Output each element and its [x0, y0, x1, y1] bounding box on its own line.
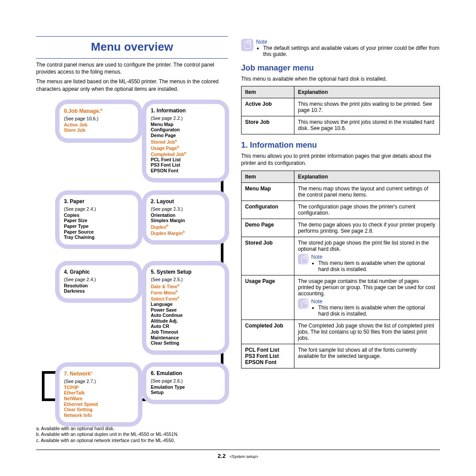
menu-item: TCP/IP: [64, 385, 134, 390]
cell-item: Store Job: [242, 116, 294, 134]
menu-item: Clear Setting: [151, 340, 220, 346]
note-icon: [241, 39, 253, 51]
menu-title: 7. Networkc: [64, 370, 134, 377]
menu-item: EPSON Font: [151, 168, 220, 174]
cell-explanation: The usage page contains the total number…: [294, 275, 440, 320]
note-text: This menu item is available when the opt…: [318, 305, 436, 317]
table-row: Menu MapThe menu map shows the layout an…: [242, 182, 440, 201]
job-manager-intro: This menu is available when the optional…: [241, 75, 440, 82]
footnote-b: b. Available with an optional duplex uni…: [36, 431, 228, 438]
note-label: Note: [256, 39, 267, 45]
table-row: Demo PageThe demo page allows you to che…: [242, 219, 440, 237]
menu-item: Usage Pagea: [151, 145, 220, 151]
menu-box-system-setup: 5. System Setup (See page 2.5.) Date & T…: [146, 265, 225, 350]
cell-explanation: The demo page allows you to check if you…: [294, 219, 440, 237]
menu-items: Date & TimeaForm MenuaSelect FormaLangua…: [151, 283, 220, 346]
menu-item: EtherTalk: [64, 390, 134, 396]
th-explanation: Explanation: [294, 171, 440, 182]
footnotes: a. Available with an optional hard disk.…: [36, 426, 228, 444]
note-icon: [298, 254, 309, 264]
cell-explanation: This menu shows the print jobs stored in…: [294, 116, 440, 134]
menu-item: Job Timeout: [151, 329, 220, 335]
two-columns: Menu overview The control panel menus ar…: [36, 36, 440, 444]
th-item: Item: [242, 86, 294, 98]
menu-item: Duplex Marginb: [151, 230, 220, 236]
cell-item: Active Job: [242, 98, 294, 116]
inline-note: NoteThis menu item is available when the…: [298, 298, 436, 317]
footnote-a: a. Available with an optional hard disk.: [36, 426, 228, 432]
header-rule-bottom: [36, 58, 228, 59]
page-number: 2.2: [218, 453, 226, 459]
menu-item: Stored Joba: [151, 138, 220, 145]
menu-item: Altitude Adj.: [151, 318, 220, 324]
menu-item: Active Job: [64, 122, 134, 128]
menu-items: CopiesPaper SizePaper TypePaper SourceTr…: [64, 212, 134, 240]
table-row: Store JobThis menu shows the print jobs …: [242, 116, 440, 134]
note-label: Note: [311, 298, 322, 305]
table-row: Stored JobThe stored job page shows the …: [242, 237, 440, 275]
menu-items: TCP/IPEtherTalkNetWareEthernet SpeedClea…: [64, 385, 134, 418]
menu-items: ResolutionDarkness: [64, 283, 134, 294]
menu-item: Paper Source: [64, 229, 134, 235]
diagram-connector: [42, 373, 45, 400]
job-manager-heading: Job manager menu: [241, 63, 440, 73]
note-text: This menu item is available when the opt…: [318, 260, 436, 272]
menu-item: Resolution: [64, 283, 134, 289]
see-page: (See page 2.4.): [64, 277, 134, 282]
menu-item: Orientation: [151, 212, 220, 218]
cell-item: Menu Map: [242, 182, 294, 201]
information-intro: This menu allows you to print printer in…: [241, 152, 440, 167]
menu-title: 3. Paper: [64, 198, 134, 205]
menu-item: Paper Size: [64, 218, 134, 223]
menu-box-emulation: 6. Emulation (See page 2.6.) Emulation T…: [146, 367, 225, 400]
menu-item: Demo Page: [151, 133, 220, 138]
see-page: (See page 2.6.): [151, 378, 220, 383]
note-body: Note The default settings and available …: [256, 39, 440, 57]
menu-box-paper: 3. Paper (See page 2.4.) CopiesPaper Siz…: [60, 195, 138, 245]
menu-title: 4. Graphic: [64, 269, 134, 275]
cell-item: Completed Job: [242, 320, 294, 344]
th-explanation: Explanation: [294, 86, 440, 98]
note-block: Note The default settings and available …: [241, 39, 440, 57]
intro-p2: The menus are listed based on the ML-455…: [36, 78, 228, 92]
table-row: PCL Font ListPS3 Font ListEPSON FontThe …: [242, 344, 440, 368]
menu-item: Paper Type: [64, 223, 134, 229]
menu-item: Form Menua: [151, 289, 220, 295]
menu-item: Copies: [64, 212, 134, 218]
cell-explanation: The font sample list shows all of the fo…: [294, 344, 440, 368]
menu-title: 1. Information: [151, 108, 220, 114]
th-item: Item: [242, 171, 294, 182]
see-page: (See page 2.3.): [151, 206, 220, 212]
cell-item: Usage Page: [242, 275, 294, 320]
menu-item: Clear Setting: [64, 407, 134, 413]
menu-item: Completed Joba: [151, 151, 220, 157]
left-column: Menu overview The control panel menus ar…: [36, 36, 228, 444]
menu-item: Date & Timea: [151, 283, 220, 289]
menu-title: 0.Job Manage.a: [64, 108, 134, 114]
cell-item: Configuraton: [242, 201, 294, 219]
footer-section: <System setup>: [230, 454, 258, 459]
menu-item: Duplexb: [151, 223, 220, 230]
inline-note: NoteThis menu item is available when the…: [298, 254, 436, 272]
footer-rule: [36, 450, 440, 450]
page: Menu overview The control panel menus ar…: [36, 36, 440, 444]
menu-item: Menu Map: [151, 122, 220, 127]
menu-box-layout: 2. Layout (See page 2.3.) OrientationSim…: [146, 195, 225, 240]
table-row: Completed JobThe Completed Job page show…: [242, 320, 440, 344]
menu-items: Emulation TypeSetup: [151, 384, 220, 395]
menu-item: Store Job: [64, 127, 134, 133]
cell-explanation: The Completed Job page shows the list of…: [294, 320, 440, 344]
header-rule-top: [36, 36, 228, 37]
right-column: Note The default settings and available …: [241, 36, 440, 444]
note-body: NoteThis menu item is available when the…: [311, 254, 436, 272]
cell-explanation: The configuration page shows the printer…: [294, 201, 440, 219]
menu-items: Menu MapConfiguratonDemo PageStored Joba…: [151, 122, 220, 174]
table-row: Active JobThis menu shows the print jobs…: [242, 98, 440, 116]
menu-box-network: 7. Networkc (See page 2.7.) TCP/IPEtherT…: [60, 367, 138, 423]
menu-item: Auto CR: [151, 324, 220, 329]
menu-title: 2. Layout: [151, 198, 220, 205]
menu-item: Maintenance: [151, 335, 220, 341]
footnote-c: c. Available with an optional network in…: [36, 438, 228, 444]
menu-box-job-manage: 0.Job Manage.a (See page 10.6.) Active J…: [60, 104, 138, 138]
footer-content: 2.2 <System setup>: [36, 453, 440, 459]
